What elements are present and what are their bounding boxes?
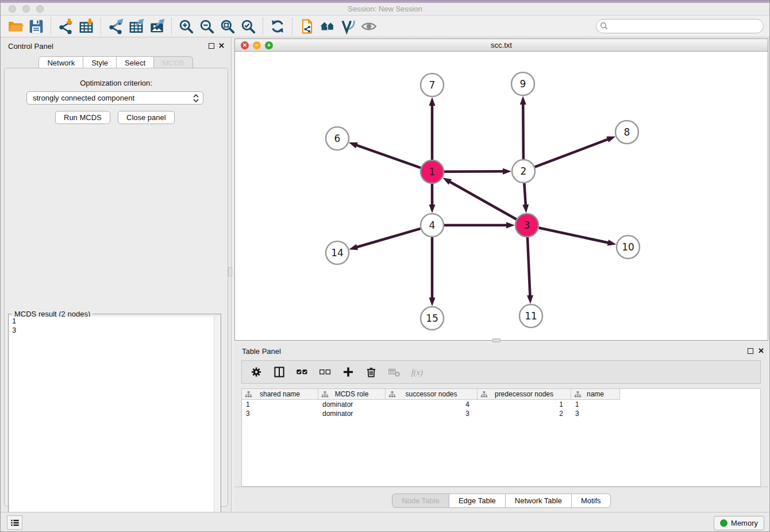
node-14[interactable]: 14: [326, 241, 349, 264]
close-panel-button[interactable]: Close panel: [118, 111, 175, 124]
cell-shared-name[interactable]: 3: [242, 409, 318, 418]
tab-network-table[interactable]: Network Table: [506, 494, 572, 508]
settings-button[interactable]: [247, 363, 266, 381]
table-row[interactable]: 3dominator323: [242, 409, 760, 418]
close-panel-icon[interactable]: ✕: [218, 41, 225, 50]
columns-button[interactable]: [270, 363, 289, 381]
column-header-successor-nodes[interactable]: successor nodes: [386, 389, 478, 400]
edge-2-9[interactable]: [520, 96, 526, 159]
deselect-all-icon: [319, 365, 332, 379]
cell-successor-nodes[interactable]: 4: [386, 400, 478, 409]
column-header-MCDS-role[interactable]: MCDS role: [318, 389, 386, 400]
panel-splitter-grip[interactable]: [228, 267, 232, 276]
add-row-button[interactable]: [338, 363, 358, 381]
svg-text:1: 1: [429, 166, 436, 178]
search-input[interactable]: [596, 19, 764, 33]
result-scrollbar[interactable]: [214, 317, 220, 532]
import-network-button[interactable]: [55, 17, 76, 36]
node-2[interactable]: 2: [512, 160, 535, 183]
vizmapper-icon: [340, 18, 356, 34]
horizontal-splitter-grip[interactable]: [492, 338, 500, 342]
select-all-button[interactable]: [292, 363, 312, 381]
node-11[interactable]: 11: [519, 304, 542, 327]
edge-3-1[interactable]: [442, 178, 516, 219]
cell-successor-nodes[interactable]: 3: [386, 409, 478, 418]
column-header-shared-name[interactable]: shared name: [242, 389, 318, 400]
network-canvas[interactable]: 7968124314101511: [235, 52, 768, 340]
zoom-fit-button[interactable]: [217, 17, 238, 36]
mcds-result-list[interactable]: 13: [9, 317, 220, 532]
node-8[interactable]: 8: [615, 121, 638, 144]
export-table-button[interactable]: [126, 17, 147, 36]
node-15[interactable]: 15: [421, 307, 444, 330]
home-button[interactable]: [317, 17, 338, 36]
node-3[interactable]: 3: [515, 214, 538, 237]
edge-4-3[interactable]: [444, 222, 515, 229]
columns-icon: [273, 365, 286, 379]
open-session-button[interactable]: [5, 17, 26, 36]
cell-MCDS-role[interactable]: dominator: [318, 409, 386, 418]
import-table-button[interactable]: [76, 17, 97, 36]
hierarchy-icon: [480, 391, 488, 398]
save-session-button[interactable]: [26, 17, 47, 36]
edge-1-6[interactable]: [349, 142, 421, 168]
tab-motifs[interactable]: Motifs: [572, 494, 611, 508]
node-4[interactable]: 4: [421, 214, 444, 237]
open-session-icon: [7, 18, 24, 34]
vizmapper-button[interactable]: [338, 17, 359, 36]
deselect-all-button[interactable]: [315, 363, 335, 381]
select-all-icon: [296, 365, 309, 379]
edge-4-15[interactable]: [429, 237, 436, 306]
delete-row-button[interactable]: [361, 363, 381, 381]
cell-name[interactable]: 1: [571, 400, 620, 409]
search-icon: [600, 22, 608, 30]
toolbar-separator: [101, 18, 101, 35]
mcds-result-group: MCDS result (2 nodes) 13: [8, 314, 221, 532]
zoom-selected-button[interactable]: [238, 17, 259, 36]
float-panel-icon[interactable]: [209, 43, 214, 49]
hierarchy-icon: [388, 391, 396, 398]
table-close-icon[interactable]: ✕: [758, 346, 764, 355]
table-float-icon[interactable]: [748, 348, 753, 354]
optimization-select-value: strongly connected component: [33, 94, 134, 102]
memory-button[interactable]: Memory: [714, 516, 764, 530]
edge-2-3[interactable]: [522, 183, 529, 213]
cell-shared-name[interactable]: 1: [242, 400, 318, 409]
node-6[interactable]: 6: [326, 127, 349, 150]
column-header-name[interactable]: name: [571, 389, 620, 400]
cell-MCDS-role[interactable]: dominator: [318, 400, 386, 409]
edge-4-14[interactable]: [349, 229, 421, 250]
edge-3-10[interactable]: [539, 228, 617, 245]
function-icon: f(x): [411, 365, 424, 379]
tab-node-table[interactable]: Node Table: [392, 494, 449, 508]
edge-3-11[interactable]: [527, 237, 533, 304]
table-toolbar: f(x): [241, 360, 761, 384]
cell-name[interactable]: 3: [571, 409, 620, 418]
node-7[interactable]: 7: [421, 74, 444, 97]
edge-2-8[interactable]: [535, 136, 616, 167]
cell-predecessor-nodes[interactable]: 1: [478, 400, 571, 409]
table-row[interactable]: 1dominator411: [242, 400, 760, 409]
cell-predecessor-nodes[interactable]: 2: [478, 409, 571, 418]
edge-1-4[interactable]: [429, 184, 436, 213]
node-1[interactable]: 1: [421, 160, 444, 183]
svg-text:f(x): f(x): [411, 368, 423, 377]
optimization-select[interactable]: strongly connected component: [26, 91, 203, 105]
clone-network-button[interactable]: [297, 17, 317, 36]
tab-edge-table[interactable]: Edge Table: [449, 494, 506, 508]
node-9[interactable]: 9: [511, 72, 534, 95]
node-10[interactable]: 10: [617, 236, 640, 259]
edge-1-2[interactable]: [444, 168, 511, 175]
export-image-button[interactable]: [147, 17, 167, 36]
edge-1-7[interactable]: [429, 97, 436, 160]
zoom-in-button[interactable]: [176, 17, 197, 36]
column-header-predecessor-nodes[interactable]: predecessor nodes: [478, 389, 571, 400]
show-hide-button[interactable]: [359, 17, 379, 36]
table-panel: Table Panel ✕ f(x) shared nameMCDS roles…: [234, 342, 768, 511]
task-history-button[interactable]: [7, 515, 22, 530]
zoom-out-button[interactable]: [197, 17, 217, 36]
refresh-button[interactable]: [267, 17, 288, 36]
export-network-button[interactable]: [105, 17, 126, 36]
run-mcds-button[interactable]: Run MCDS: [55, 111, 110, 124]
memory-label: Memory: [731, 519, 758, 527]
